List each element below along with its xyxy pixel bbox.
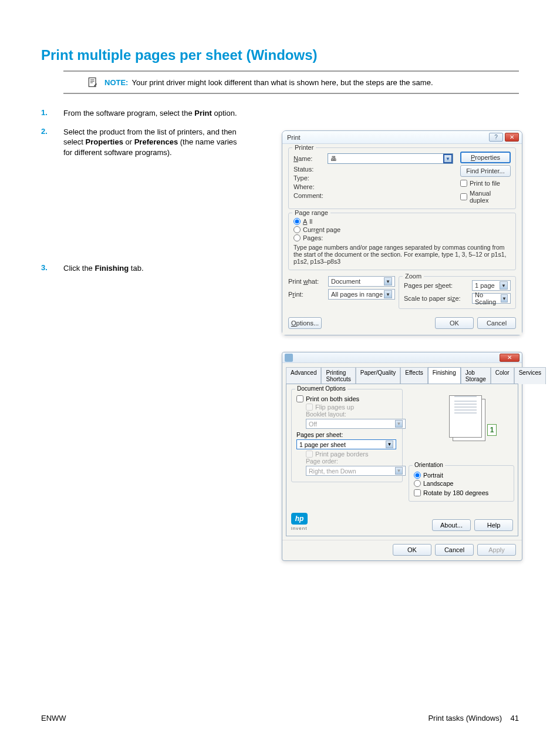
orientation-group: Orientation Portrait Landscape Rotate by… (409, 465, 514, 502)
tab-job[interactable]: Job Storage (461, 367, 491, 384)
chevron-down-icon: ▼ (395, 420, 403, 428)
about-button[interactable]: About... (432, 519, 471, 531)
where-label: Where: (294, 183, 324, 190)
current-radio[interactable]: Current page (294, 226, 511, 233)
t: Click the (63, 264, 95, 273)
t: or (123, 137, 134, 146)
range-help-text: Type page numbers and/or page ranges sep… (294, 244, 511, 265)
t: tab. (129, 264, 143, 273)
chevron-down-icon: ▼ (443, 154, 453, 163)
lbl: Flip pages up (315, 404, 354, 411)
properties-dialog: ✕ Advanced Printing Shortcuts Paper/Qual… (282, 352, 522, 561)
print-label: Print: (288, 291, 326, 298)
scale-select[interactable]: No Scaling▼ (472, 293, 511, 304)
titlebar: ✕ (282, 352, 522, 363)
t: Properties (86, 137, 123, 146)
page-preview: 1 (427, 390, 504, 443)
name-label: Name: (294, 155, 324, 162)
dialog-title: Print (287, 134, 301, 141)
ok-button[interactable]: OK (393, 544, 431, 556)
borders-checkbox: Print page borders (306, 451, 397, 458)
titlebar: Print ? ✕ (282, 131, 522, 144)
zoom-legend: Zoom (403, 273, 424, 280)
page-footer: ENWW Print tasks (Windows) 41 (41, 714, 519, 723)
find-printer-button[interactable]: Find Printer... (460, 165, 511, 177)
tab-finishing[interactable]: Finishing (428, 367, 461, 384)
portrait-radio[interactable]: Portrait (414, 472, 509, 479)
t: From the software program, select the (63, 109, 194, 117)
tab-effects[interactable]: Effects (400, 367, 427, 384)
t: Preferences (134, 137, 178, 146)
note-box: NOTE: Your print driver might look diffe… (63, 70, 519, 94)
pages-radio[interactable]: Pages: (294, 234, 511, 241)
hp-logo-icon: hp (291, 513, 308, 525)
screenshots-column: Print ? ✕ Printer Name: 🖶 ▼ (282, 130, 522, 561)
lbl: Landscape (423, 480, 453, 487)
cancel-button[interactable]: Cancel (435, 544, 474, 556)
printer-icon: 🖶 (330, 155, 337, 162)
all-radio[interactable]: All (294, 218, 511, 225)
flip-pages-checkbox: Flip pages up (306, 404, 397, 411)
tab-services[interactable]: Services (514, 367, 546, 384)
status-label: Status: (294, 166, 324, 173)
note-label: NOTE: (104, 78, 128, 87)
page-number: 41 (511, 714, 519, 723)
finishing-panel: Document Options Print on both sides Fli… (286, 384, 518, 536)
tab-shortcuts[interactable]: Printing Shortcuts (321, 367, 355, 384)
booklet-select: Off▼ (306, 419, 406, 429)
step-text: Select the product from the list of prin… (63, 127, 245, 158)
zoom-group: Zoom Pages per sheet: 1 page▼ Scale to p… (399, 276, 516, 309)
chevron-down-icon: ▼ (386, 441, 393, 448)
lbl: Manual duplex (470, 190, 511, 204)
print-what-select[interactable]: Document▼ (328, 276, 395, 287)
print-to-file-checkbox[interactable]: Print to file (460, 180, 511, 187)
doc-opts-legend: Document Options (295, 385, 348, 392)
close-button[interactable]: ✕ (500, 354, 519, 362)
val: Document (331, 278, 360, 285)
range-legend: Page range (292, 209, 330, 216)
pages-per-sheet-select[interactable]: 1 page▼ (472, 280, 511, 291)
tab-color[interactable]: Color (491, 367, 514, 384)
step-num: 3. (41, 263, 53, 272)
print-select[interactable]: All pages in range▼ (328, 289, 395, 300)
note-text: Your print driver might look different t… (131, 78, 433, 87)
rotate-checkbox[interactable]: Rotate by 180 degrees (414, 489, 509, 496)
options-button[interactable]: Options... (288, 317, 322, 329)
pages-per-sheet-select[interactable]: 1 page per sheet▼ (296, 439, 396, 449)
preview-page-number: 1 (487, 424, 497, 436)
step-num: 2. (41, 127, 53, 136)
footer-right: Print tasks (Windows) 41 (428, 714, 519, 723)
comment-label: Comment: (294, 192, 324, 199)
ok-button[interactable]: OK (435, 317, 474, 329)
properties-button[interactable]: PPropertiesroperties (460, 152, 511, 163)
print-dialog: Print ? ✕ Printer Name: 🖶 ▼ (282, 130, 522, 335)
lbl: Rotate by 180 degrees (423, 489, 488, 496)
invent-text: invent (291, 526, 307, 531)
help-button[interactable]: Help (474, 519, 513, 531)
printer-name-select[interactable]: 🖶 ▼ (328, 153, 453, 164)
t: option. (212, 109, 237, 117)
landscape-radio[interactable]: Landscape (414, 480, 509, 487)
preview-page-icon: 1 (449, 395, 482, 438)
cancel-button[interactable]: Cancel (477, 317, 516, 329)
chevron-down-icon: ▼ (501, 294, 508, 303)
page-order-select: Right, then Down▼ (306, 466, 406, 476)
page-title: Print multiple pages per sheet (Windows) (41, 47, 519, 63)
pps-label: Pages per sheet: (404, 282, 468, 289)
manual-duplex-checkbox[interactable]: Manual duplex (460, 190, 511, 204)
note-icon (87, 76, 99, 88)
scale-label: Scale to paper size: (404, 295, 468, 302)
type-label: Type: (294, 174, 324, 182)
tab-paper[interactable]: Paper/Quality (356, 367, 401, 384)
step-1: 1. From the software program, select the… (41, 108, 519, 119)
close-button[interactable]: ✕ (505, 133, 519, 142)
lbl: Portrait (423, 472, 443, 479)
step-num: 1. (41, 108, 53, 117)
footer-section: Print tasks (Windows) (428, 714, 502, 723)
help-button[interactable]: ? (489, 133, 503, 142)
apply-button[interactable]: Apply (477, 544, 516, 556)
lbl: Print on both sides (306, 395, 359, 402)
printer-icon (285, 354, 293, 362)
both-sides-checkbox[interactable]: Print on both sides (296, 395, 397, 402)
tab-advanced[interactable]: Advanced (286, 367, 321, 384)
